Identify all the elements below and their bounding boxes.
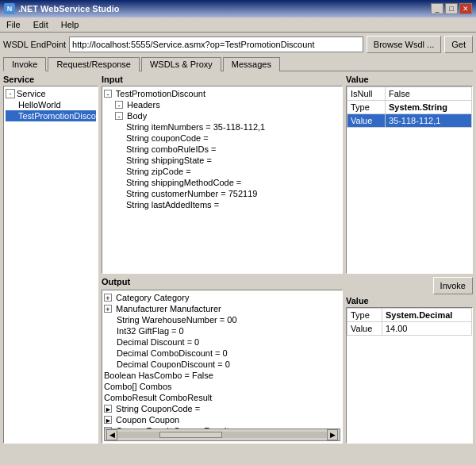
right-area: Input - TestPromotionDiscount - Headers [102,75,473,444]
scroll-left-btn[interactable]: ◀ [106,429,117,440]
service-tree-helloworld[interactable]: HelloWorld [6,99,96,110]
menu-file[interactable]: File [4,19,23,30]
output-value-key-type: Type [347,309,382,322]
input-tree-body[interactable]: - Body [104,110,340,121]
output-value-row-value[interactable]: Value 14.00 [347,322,472,336]
value-table-bottom[interactable]: Type System.Decimal Value 14.00 [346,307,473,444]
input-item-shippingmethod[interactable]: String shippingMethodCode = [104,177,340,188]
output-value-key-value: Value [347,322,382,336]
value-key-isnull: IsNull [347,87,386,101]
value-key-value: Value [347,114,386,128]
output-item-warehouse[interactable]: String WarehouseNumber = 00 [104,314,340,325]
invoke-button[interactable]: Invoke [433,277,473,294]
service-panel-label: Service [3,75,98,84]
output-item-couponcode[interactable]: ► String CouponCode = [104,403,340,414]
input-item-comboruleids[interactable]: String comboRuleIDs = [104,144,340,155]
tab-wsdls-proxy[interactable]: WSDLs & Proxy [141,57,221,71]
service-panel: Service - Service HelloWorld TestPromoti… [3,75,98,444]
input-item-lastadded[interactable]: String lastAddedItems = [104,199,340,210]
wsdl-input[interactable] [69,37,363,52]
title-bar-left: N .NET WebService Studio [4,3,120,14]
output-tree-box[interactable]: + Category Category + Manufacturer Manuf… [102,290,343,444]
output-item-comboresult[interactable]: ComboResult ComboResult [104,392,340,403]
output-item-giftflag[interactable]: Int32 GiftFlag = 0 [104,325,340,336]
menu-edit[interactable]: Edit [31,19,51,30]
value-table-top[interactable]: IsNull False Type System.String Value 35… [346,86,473,274]
value-row-value[interactable]: Value 35-118-112,1 [347,114,472,128]
input-tree-box[interactable]: - TestPromotionDiscount - Headers - Body [102,86,343,274]
bottom-right: Output + Category Category + Manufacture… [102,277,473,444]
input-item-shippingstate[interactable]: String shippingState = [104,155,340,166]
title-buttons: _ □ ✕ [431,3,472,14]
scroll-right-btn[interactable]: ▶ [327,429,338,440]
output-value-val-value: 14.00 [382,322,471,336]
output-value-section: Invoke Value Type System.Decimal Value 1… [346,277,473,444]
top-right: Input - TestPromotionDiscount - Headers [102,75,473,274]
value-val-isnull: False [385,87,471,101]
app-icon: N [4,3,15,14]
output-item-combodiscount[interactable]: Decimal ComboDiscount = 0 [104,348,340,359]
input-section: Input - TestPromotionDiscount - Headers [102,75,343,274]
body-area: Service - Service HelloWorld TestPromoti… [3,75,473,444]
wsdl-label: WSDL EndPoint [3,40,66,49]
output-tree-scroll[interactable]: + Category Category + Manufacturer Manuf… [104,292,340,428]
value-top-label: Value [346,75,473,84]
menu-bar: File Edit Help [0,17,476,33]
testpromotion-label: TestPromotionDiscount [18,111,98,121]
wsdl-row: WSDL EndPoint Browse Wsdl ... Get [3,36,473,53]
service-tree-box[interactable]: - Service HelloWorld TestPromotionDiscou… [3,86,98,444]
browse-wsdl-button[interactable]: Browse Wsdl ... [367,36,441,53]
main-content: WSDL EndPoint Browse Wsdl ... Get Invoke… [0,33,476,447]
output-section: Output + Category Category + Manufacture… [102,277,343,444]
output-item-manufacturer[interactable]: + Manufacturer Manufacturer [104,303,340,314]
tab-invoke[interactable]: Invoke [3,57,46,71]
output-item-discount[interactable]: Decimal Discount = 0 [104,336,340,348]
maximize-button[interactable]: □ [445,3,458,14]
service-tree-label: Service [17,89,46,98]
window-title: .NET WebService Studio [18,4,120,13]
output-value-val-type: System.Decimal [382,309,471,322]
horizontal-scrollbar[interactable]: ◀ ▶ [104,428,340,441]
output-item-combos[interactable]: Combo[] Combos [104,381,340,392]
service-tree-service[interactable]: - Service [6,88,96,99]
input-tree-root[interactable]: - TestPromotionDiscount [104,88,340,99]
value-val-type: System.String [385,101,471,114]
value-row-isnull[interactable]: IsNull False [347,87,472,101]
input-item-customernumber[interactable]: String customerNumber = 752119 [104,188,340,199]
tab-request-response[interactable]: Request/Response [48,57,140,71]
scroll-thumb[interactable] [159,432,222,438]
value-row-type[interactable]: Type System.String [347,101,472,114]
helloworld-label: HelloWorld [18,100,61,110]
output-item-hascombo[interactable]: Boolean HasCombo = False [104,370,340,381]
output-item-coupondiscount[interactable]: Decimal CouponDiscount = 0 [104,359,340,370]
value-section-top: Value IsNull False Type System.String [346,75,473,274]
value-key-type: Type [347,101,386,114]
title-bar: N .NET WebService Studio _ □ ✕ [0,0,476,17]
menu-help[interactable]: Help [59,19,82,30]
scroll-track[interactable] [117,432,327,438]
output-item-category[interactable]: + Category Category [104,292,340,303]
output-panel-label: Output [102,277,130,286]
value-val-value: 35-118-112,1 [385,114,471,128]
input-item-zipcode[interactable]: String zipCode = [104,166,340,177]
output-value-row-type[interactable]: Type System.Decimal [347,309,472,322]
minimize-button[interactable]: _ [431,3,443,14]
input-item-couponcode[interactable]: String couponCode = [104,133,340,144]
output-item-coupon[interactable]: ► Coupon Coupon [104,414,340,425]
tabs: Invoke Request/Response WSDLs & Proxy Me… [3,56,473,71]
get-button[interactable]: Get [444,36,473,53]
close-button[interactable]: ✕ [459,3,472,14]
value-bottom-label: Value [346,296,473,306]
service-expander[interactable]: - [6,89,15,98]
output-header: Output [102,277,343,288]
service-tree-testpromotion[interactable]: TestPromotionDiscount [6,110,96,121]
input-tree-headers[interactable]: - Headers [104,99,340,110]
tab-messages[interactable]: Messages [223,57,280,71]
input-item-itemnumbers[interactable]: String itemNumbers = 35-118-112,1 [104,121,340,133]
input-panel-label: Input [102,75,343,84]
